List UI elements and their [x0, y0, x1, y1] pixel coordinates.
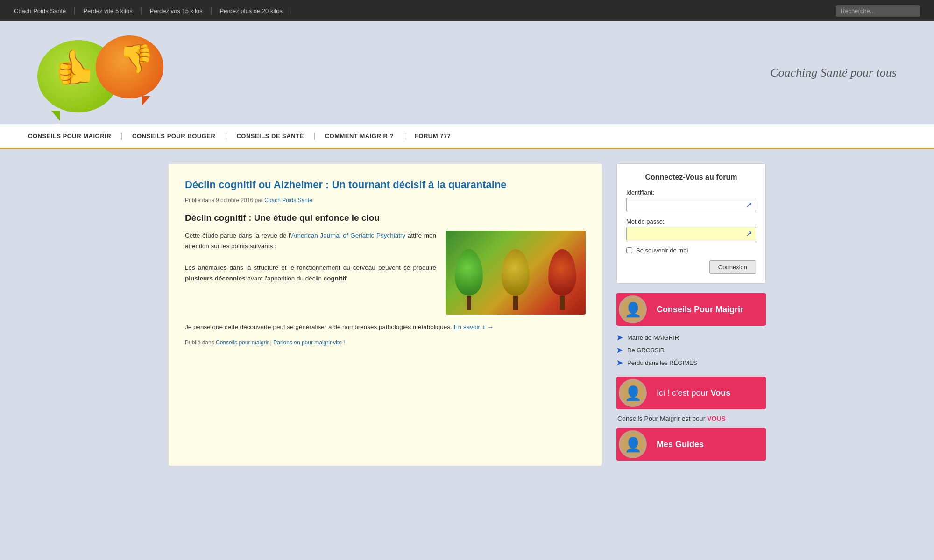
- section-text-highlight: VOUS: [707, 415, 726, 422]
- nav-conseils-sante[interactable]: CONSEILS DE SANTÉ: [226, 133, 314, 140]
- article-text-p3: Les anomalies dans la structure et le fo…: [185, 264, 436, 271]
- article-subtitle: Déclin cognitif : Une étude qui enfonce …: [185, 213, 586, 223]
- avatar-3: 👤: [619, 430, 647, 458]
- remember-me-group: Se souvenir de moi: [626, 247, 756, 254]
- password-input-wrap: ↗: [626, 227, 756, 240]
- list-item-3: ➤ Perdu dans les RÉGIMES: [616, 357, 766, 369]
- avatar-1: 👤: [619, 295, 647, 323]
- tree-yellow: [499, 249, 532, 310]
- password-group: Mot de passe: ↗: [626, 218, 756, 240]
- banner3-text: Mes Guides: [649, 440, 766, 449]
- list-item-2: ➤ De GROSSIR: [616, 344, 766, 357]
- site-header: 👍 👎 Coaching Santé pour tous: [0, 21, 934, 124]
- arrow-icon-3: ➤: [616, 358, 623, 367]
- identifiant-label: Identifiant:: [626, 189, 756, 196]
- banner2-text: Ici ! c'est pour Vous: [649, 388, 766, 398]
- nav-conseils-bouger[interactable]: CONSEILS POUR BOUGER: [122, 133, 226, 140]
- thumbs-up-icon: 👍: [54, 50, 96, 84]
- arrow-icon-2: ➤: [616, 346, 623, 355]
- password-label: Mot de passe:: [626, 218, 756, 225]
- topnav-item-5kilos[interactable]: Perdez vite 5 kilos: [75, 7, 142, 14]
- article-meta-text: Publié dans 9 octobre 2016 par: [185, 197, 263, 203]
- article-text-p4: avant l'apparition du déclin: [246, 275, 324, 282]
- site-tagline: Coaching Santé pour tous: [770, 66, 897, 80]
- password-icon: ↗: [742, 227, 756, 240]
- arrow-icon-1: ➤: [616, 333, 623, 342]
- login-button[interactable]: Connexion: [709, 260, 756, 274]
- identifiant-icon: ↗: [742, 198, 756, 211]
- article-footer-link1[interactable]: Conseils pour maigrir: [216, 339, 269, 346]
- section-text-normal: Conseils Pour Maigrir est pour: [617, 415, 707, 422]
- avatar-face-1: 👤: [621, 298, 644, 321]
- search-input[interactable]: [836, 5, 920, 17]
- banner-pour-vous[interactable]: 👤 Ici ! c'est pour Vous: [616, 377, 766, 409]
- article-body: Cette étude parue dans la revue de l'Ame…: [185, 231, 586, 315]
- password-input[interactable]: [627, 227, 742, 240]
- article-text-block: Cette étude parue dans la revue de l'Ame…: [185, 231, 436, 315]
- identifiant-group: Identifiant: ↗: [626, 189, 756, 211]
- article-journal-link[interactable]: American Journal of Geriatric Psychiatry: [291, 232, 406, 239]
- forum-login-widget: Connectez-Vous au forum Identifiant: ↗ M…: [616, 163, 766, 284]
- avatar-2: 👤: [619, 379, 647, 407]
- site-logo: 👍 👎: [37, 31, 168, 115]
- banner2-vous: Vous: [710, 388, 730, 398]
- banner1-text: Conseils Pour Maigrir: [649, 305, 766, 315]
- main-navigation: CONSEILS POUR MAIGRIR CONSEILS POUR BOUG…: [0, 124, 934, 149]
- nav-conseils-maigrir[interactable]: CONSEILS POUR MAIGRIR: [28, 133, 122, 140]
- article-meta: Publié dans 9 octobre 2016 par Coach Poi…: [185, 197, 586, 203]
- article-footer: Publié dans Conseils pour maigrir | Parl…: [185, 339, 586, 346]
- tree-green: [453, 249, 485, 310]
- nav-forum-777[interactable]: FORUM 777: [404, 133, 461, 140]
- logo-bubbles: 👍 👎: [37, 31, 168, 115]
- article-title: Déclin cognitif ou Alzheimer : Un tourna…: [185, 178, 586, 192]
- remember-me-checkbox[interactable]: [626, 247, 632, 253]
- top-nav-links: Coach Poids Santé Perdez vite 5 kilos Pe…: [14, 7, 836, 14]
- thumbs-down-icon: 👎: [119, 45, 154, 73]
- topnav-item-20kilos[interactable]: Perdez plus de 20 kilos: [212, 7, 291, 14]
- content-area: Déclin cognitif ou Alzheimer : Un tourna…: [140, 149, 794, 480]
- sidebar-section-text: Conseils Pour Maigrir est pour VOUS: [616, 415, 766, 422]
- list-item-label-1: Marre de MAIGRIR: [627, 334, 679, 341]
- nav-comment-maigrir[interactable]: COMMENT MAIGRIR ?: [315, 133, 404, 140]
- article-image: [446, 231, 586, 315]
- topnav-item-coach[interactable]: Coach Poids Santé: [14, 7, 75, 14]
- main-article: Déclin cognitif ou Alzheimer : Un tourna…: [168, 163, 602, 466]
- forum-login-title: Connectez-Vous au forum: [626, 173, 756, 182]
- remember-me-label: Se souvenir de moi: [636, 247, 688, 254]
- list-item-label-3: Perdu dans les RÉGIMES: [627, 359, 697, 366]
- avatar-face-3: 👤: [621, 433, 644, 456]
- topnav-item-15kilos[interactable]: Perdez vos 15 kilos: [142, 7, 212, 14]
- banner-mes-guides[interactable]: 👤 Mes Guides: [616, 428, 766, 461]
- identifiant-input[interactable]: [627, 198, 742, 211]
- article-text-p5: .: [347, 275, 348, 282]
- avatar-face-2: 👤: [621, 381, 644, 405]
- article-paragraph-2: Je pense que cette découverte peut se gé…: [185, 322, 586, 333]
- article-bold-2: cognitif: [324, 275, 347, 282]
- tree-red: [546, 249, 579, 310]
- banner-conseils-maigrir[interactable]: 👤 Conseils Pour Maigrir: [616, 293, 766, 326]
- identifiant-input-wrap: ↗: [626, 198, 756, 211]
- article-bold-1: plusieurs décennies: [185, 275, 246, 282]
- article-text-p1: Cette étude parue dans la revue de l': [185, 232, 291, 239]
- list-item-1: ➤ Marre de MAIGRIR: [616, 331, 766, 344]
- sidebar: Connectez-Vous au forum Identifiant: ↗ M…: [616, 163, 766, 466]
- article-author-link[interactable]: Coach Poids Sante: [264, 197, 312, 203]
- list-item-label-2: De GROSSIR: [627, 347, 665, 354]
- top-navigation: Coach Poids Santé Perdez vite 5 kilos Pe…: [0, 0, 934, 21]
- article-read-more-link[interactable]: En savoir + →: [454, 323, 494, 330]
- article-footer-link2[interactable]: Parlons en pour maigrir vite !: [273, 339, 345, 346]
- sidebar-list: ➤ Marre de MAIGRIR ➤ De GROSSIR ➤ Perdu …: [616, 331, 766, 369]
